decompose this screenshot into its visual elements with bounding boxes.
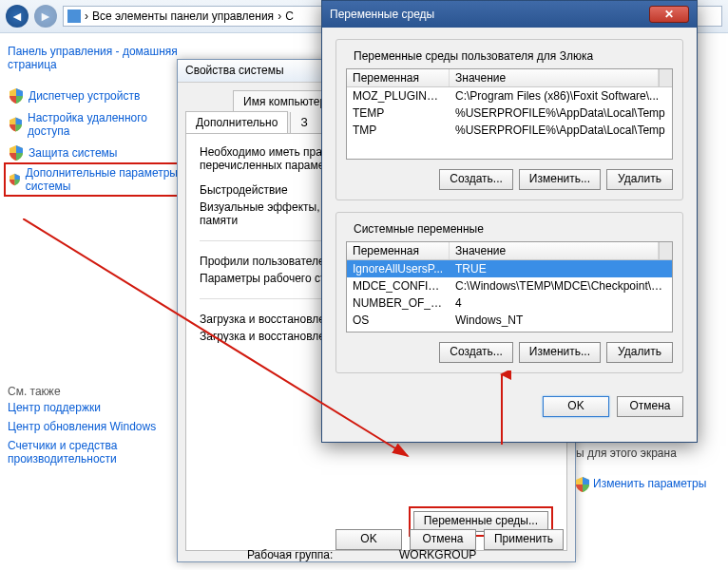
- sys-delete-button[interactable]: Удалить: [606, 342, 673, 363]
- sidebar-item[interactable]: Защита системы: [8, 142, 182, 164]
- col-variable[interactable]: Переменная: [347, 242, 450, 259]
- apply-button[interactable]: Применить: [484, 529, 564, 550]
- shield-icon: [576, 477, 589, 492]
- sys-create-button[interactable]: Создать...: [439, 342, 513, 363]
- table-row[interactable]: NUMBER_OF_P...4: [347, 294, 672, 312]
- system-vars-table[interactable]: Переменная Значение IgnoreAllUsersP...TR…: [346, 241, 673, 332]
- workgroup-value: WORKGROUP: [399, 548, 476, 561]
- right-strip-text: ы для этого экрана: [576, 446, 718, 460]
- table-row[interactable]: MDCE_CONFIG_...C:\Windows\TEMP\MDCE\Chec…: [347, 277, 672, 294]
- forward-button[interactable]: ►: [34, 5, 57, 28]
- sidebar-home[interactable]: Панель управления - домашняя страница: [8, 45, 182, 71]
- cell-var: IgnoreAllUsersP...: [347, 260, 450, 277]
- table-row[interactable]: MOZ_PLUGIN_P...C:\Program Files (x86)\Fo…: [347, 87, 672, 104]
- system-vars-group: Системные переменные Переменная Значение…: [335, 212, 683, 373]
- cell-var: NUMBER_OF_P...: [347, 294, 450, 312]
- sidebar-item-label: Диспетчер устройств: [29, 89, 140, 103]
- user-edit-button[interactable]: Изменить...: [519, 169, 601, 190]
- change-params-link[interactable]: Изменить параметры: [576, 477, 718, 492]
- back-button[interactable]: ◄: [6, 5, 29, 28]
- cell-val: Windows_NT: [450, 312, 672, 329]
- ok-button[interactable]: OK: [543, 396, 609, 417]
- scrollbar[interactable]: [659, 242, 672, 259]
- cancel-button[interactable]: Отмена: [617, 396, 683, 417]
- cell-val: 4: [450, 294, 672, 312]
- tab-advanced[interactable]: Дополнительно: [185, 111, 288, 133]
- scrollbar[interactable]: [659, 69, 672, 86]
- col-value[interactable]: Значение: [450, 242, 659, 259]
- table-row[interactable]: OSWindows_NT: [347, 312, 672, 329]
- shield-icon: [10, 145, 23, 161]
- see-also-title: См. также: [8, 385, 182, 398]
- cell-val: %USERPROFILE%\AppData\Local\Temp: [450, 122, 672, 139]
- user-create-button[interactable]: Создать...: [439, 169, 513, 190]
- shield-icon: [10, 172, 20, 187]
- see-also-link[interactable]: Счетчики и средства производительности: [8, 436, 182, 468]
- sidebar-item-label: Защита системы: [29, 146, 117, 160]
- cell-var: OS: [347, 312, 450, 329]
- cancel-button[interactable]: Отмена: [410, 529, 476, 550]
- dialog-titlebar[interactable]: Переменные среды ✕: [322, 1, 697, 28]
- sidebar-item-label: Настройка удаленного доступа: [28, 111, 181, 138]
- ok-button[interactable]: OK: [335, 529, 402, 550]
- see-also-link[interactable]: Центр поддержки: [8, 398, 182, 417]
- shield-icon: [10, 88, 23, 104]
- user-vars-group: Переменные среды пользователя для Злюка …: [335, 39, 683, 200]
- cell-val: %USERPROFILE%\AppData\Local\Temp: [450, 104, 672, 122]
- breadcrumb-sep: ›: [85, 10, 88, 23]
- sidebar-item[interactable]: Настройка удаленного доступа: [8, 107, 182, 142]
- breadcrumb-sep: ›: [278, 10, 281, 23]
- control-panel-icon: [67, 10, 81, 23]
- close-button[interactable]: ✕: [649, 6, 689, 23]
- sidebar-item[interactable]: Дополнительные параметры системы: [4, 162, 186, 197]
- right-strip: ы для этого экрана Изменить параметры: [576, 446, 718, 492]
- cell-val: TRUE: [450, 260, 672, 277]
- cell-var: MOZ_PLUGIN_P...: [347, 87, 450, 104]
- cell-var: MDCE_CONFIG_...: [347, 277, 450, 294]
- table-row[interactable]: TEMP%USERPROFILE%\AppData\Local\Temp: [347, 104, 672, 122]
- sidebar: Панель управления - домашняя страница Ди…: [0, 33, 190, 570]
- cell-val: C:\Windows\TEMP\MDCE\Checkpoint\w...: [450, 277, 672, 294]
- cell-val: C:\Program Files (x86)\Foxit Software\..…: [450, 87, 672, 104]
- environment-variables-dialog: Переменные среды ✕ Переменные среды поль…: [321, 0, 698, 443]
- cell-var: TEMP: [347, 104, 450, 122]
- sidebar-item-label: Дополнительные параметры системы: [26, 166, 181, 193]
- sys-edit-button[interactable]: Изменить...: [519, 342, 601, 363]
- workgroup-label: Рабочая группа:: [247, 548, 333, 561]
- breadcrumb-segment[interactable]: Все элементы панели управления: [92, 10, 274, 23]
- col-value[interactable]: Значение: [450, 69, 659, 86]
- dialog-title: Переменные среды: [330, 8, 649, 21]
- breadcrumb-segment[interactable]: С: [285, 10, 294, 23]
- see-also-link[interactable]: Центр обновления Windows: [8, 417, 182, 436]
- table-row[interactable]: IgnoreAllUsersP...TRUE: [347, 260, 672, 277]
- user-delete-button[interactable]: Удалить: [606, 169, 673, 190]
- system-vars-legend: Системные переменные: [350, 222, 488, 236]
- shield-icon: [10, 117, 22, 132]
- user-vars-table[interactable]: Переменная Значение MOZ_PLUGIN_P...C:\Pr…: [346, 68, 673, 160]
- user-vars-legend: Переменные среды пользователя для Злюка: [350, 49, 597, 63]
- col-variable[interactable]: Переменная: [347, 69, 450, 86]
- sidebar-item[interactable]: Диспетчер устройств: [8, 85, 182, 107]
- table-row[interactable]: TMP%USERPROFILE%\AppData\Local\Temp: [347, 122, 672, 139]
- cell-var: TMP: [347, 122, 450, 139]
